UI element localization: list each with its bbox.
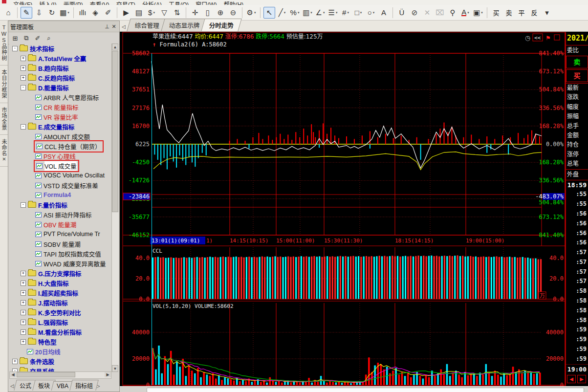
tree-item[interactable]: +K.多空势利对比	[9, 307, 111, 317]
percent-icon[interactable]: %▾	[289, 7, 301, 19]
expand-icon[interactable]: +	[21, 281, 26, 286]
reverse-button[interactable]: 反	[528, 7, 540, 19]
flat-button[interactable]: 平	[516, 7, 527, 19]
sell-button[interactable]: 卖	[503, 7, 515, 19]
move-icon[interactable]: ✛	[189, 7, 201, 19]
grid-icon[interactable]: #▾	[340, 7, 351, 19]
buy-button[interactable]: 买	[566, 69, 588, 82]
edit-formula-icon[interactable]: ✐	[33, 34, 43, 43]
zoom-out-icon[interactable]: ⊖	[227, 7, 239, 19]
delete-icon[interactable]: ✕	[421, 7, 433, 19]
close-icon[interactable]: ✕	[110, 23, 117, 30]
zoom-in-icon[interactable]: ⊕	[215, 7, 226, 19]
pin-icon[interactable]: ⊥	[104, 23, 110, 30]
tree-item[interactable]: VOL 成交量	[9, 161, 111, 171]
page-right-icon[interactable]: ▶	[577, 375, 586, 383]
tree-item[interactable]: AMOUNT 成交额	[9, 131, 111, 141]
scroll-left-icon[interactable]: ◀	[10, 372, 16, 377]
collapse-icon[interactable]: -	[21, 202, 26, 208]
tree-item[interactable]: ASI 振动升降指标	[9, 210, 111, 219]
tree-item[interactable]: CCL 持仓量（期货）	[9, 141, 111, 151]
tab-intraday-chart[interactable]: 分时走势	[201, 19, 242, 31]
expand-icon[interactable]: +	[21, 75, 26, 81]
home-icon[interactable]: ⌂	[2, 7, 14, 19]
font-color-icon[interactable]: A▾	[459, 7, 471, 19]
tree-item[interactable]: -技术指标	[9, 44, 111, 53]
vscroll-thumb[interactable]	[112, 51, 118, 212]
cursor-icon[interactable]: ↖	[263, 7, 275, 19]
tree-item[interactable]: VR 容量比率	[9, 112, 111, 122]
dock-tab-3[interactable]: 市场全景	[0, 103, 8, 135]
expand-icon[interactable]: +	[21, 329, 26, 335]
tree-item[interactable]: +M.看盘分析指标	[9, 327, 111, 337]
tree-item[interactable]: PSY 心理线	[9, 151, 111, 161]
sort-icon[interactable]: ⇅	[171, 7, 183, 19]
edit-icon[interactable]: ✐	[102, 7, 114, 19]
save-icon[interactable]: ▣▾	[472, 7, 484, 19]
tree-item[interactable]: -F.量价指标	[9, 200, 111, 210]
angle-icon[interactable]: ∠▾	[314, 7, 326, 19]
collapse-icon[interactable]: -	[21, 124, 26, 130]
collapse-icon[interactable]: -	[12, 46, 18, 51]
dollar-icon[interactable]: $▾	[146, 7, 157, 19]
expand-icon[interactable]: +	[21, 56, 26, 61]
scroll-up-icon[interactable]: ▲	[112, 44, 118, 50]
tree-item[interactable]: SOBV 能量潮	[9, 239, 111, 249]
new-group-icon[interactable]: ⧉	[22, 34, 31, 43]
tree-item[interactable]: Formula4	[9, 190, 111, 200]
download-icon[interactable]: ⇩	[33, 7, 45, 19]
new-formula-icon[interactable]: ⊞	[10, 34, 20, 43]
chart-hscrollbar[interactable]	[147, 388, 584, 392]
scroll-down-icon[interactable]: ▼	[112, 365, 118, 372]
dock-tab-1[interactable]: TWS品种树	[0, 21, 8, 65]
buy-button[interactable]: 买	[490, 7, 502, 19]
settings-gear-icon[interactable]: ⚙▾	[245, 7, 257, 19]
tree-item[interactable]: ARBR 人气意愿指标	[9, 92, 111, 102]
dock-tab-4[interactable]: 未命名✕	[0, 135, 8, 167]
tree-hscrollbar[interactable]: ◀ ▶	[9, 371, 111, 379]
form-icon[interactable]: ▤	[133, 7, 145, 19]
chart-canvas[interactable]: 苹果连续:6447 均价:6447 涨停:6786 跌停:5664 预估量:12…	[122, 32, 566, 386]
link-icon[interactable]: ⊘	[409, 7, 420, 19]
tree-item[interactable]: OBV 能量潮	[9, 219, 111, 229]
trash-icon[interactable]: ⌧	[434, 7, 446, 19]
tree-item[interactable]: +B.趋向指标	[9, 63, 111, 73]
tree-item[interactable]: +A.TotalView 全赢	[9, 53, 111, 63]
page-left-icon[interactable]: ◀	[567, 375, 576, 383]
tree-item[interactable]: 20日均线	[9, 347, 111, 356]
play-icon[interactable]: ▶	[120, 7, 132, 19]
tree-item[interactable]: +J.摆动指标	[9, 298, 111, 307]
tree-item[interactable]: +I.超买超卖指标	[9, 288, 111, 298]
tree-item[interactable]: VOSC Volume Oscillat	[9, 171, 111, 180]
layout-icon[interactable]: ▦▾	[59, 7, 70, 19]
ruler-icon[interactable]: ▯	[202, 7, 214, 19]
tree-item[interactable]: WVAD 威廉变异离散量	[9, 259, 111, 268]
line-draw-icon[interactable]: ╱▾	[276, 7, 288, 19]
magnet-icon[interactable]: Ü	[396, 7, 408, 19]
expand-icon[interactable]: +	[21, 290, 26, 296]
sell-button[interactable]: 卖	[566, 56, 588, 68]
list-icon[interactable]: ☰▾	[327, 7, 339, 19]
tree-item[interactable]: +L.强弱指标	[9, 317, 111, 327]
tree-item[interactable]: +G.压力支撑指标	[9, 268, 111, 278]
diamond-alert-icon[interactable]: ◈	[89, 7, 101, 19]
tree-item[interactable]: PVT Price/Volume Tr	[9, 229, 111, 239]
columns-icon[interactable]: ▥▾	[302, 7, 313, 19]
expand-icon[interactable]: +	[21, 300, 26, 305]
pen-icon[interactable]: ✎	[21, 7, 32, 19]
tab-dynamic-board[interactable]: 动态显示牌	[161, 19, 208, 31]
tree-item[interactable]: +特色型	[9, 337, 111, 347]
scroll-right-icon[interactable]: ▶	[105, 372, 111, 377]
tree-vscrollbar[interactable]: ▲ ▼	[111, 44, 119, 372]
trade-more-icon[interactable]: ▾	[541, 7, 553, 19]
text-icon[interactable]: A	[378, 7, 390, 19]
tree-item[interactable]: VSTD 成交量标准差	[9, 180, 111, 190]
tree-item[interactable]: TAPI 加权指数成交值	[9, 249, 111, 259]
expand-icon[interactable]: +	[12, 359, 18, 364]
tab-indicator-group[interactable]: 指标组	[69, 380, 99, 391]
tree-item[interactable]: -E.成交量指标	[9, 122, 111, 131]
tree-item[interactable]: CR 能量指标	[9, 102, 111, 112]
expand-icon[interactable]: +	[21, 320, 26, 325]
tree-item[interactable]: +C.反趋向指标	[9, 73, 111, 83]
lock-icon[interactable]: ⚲	[447, 7, 458, 19]
